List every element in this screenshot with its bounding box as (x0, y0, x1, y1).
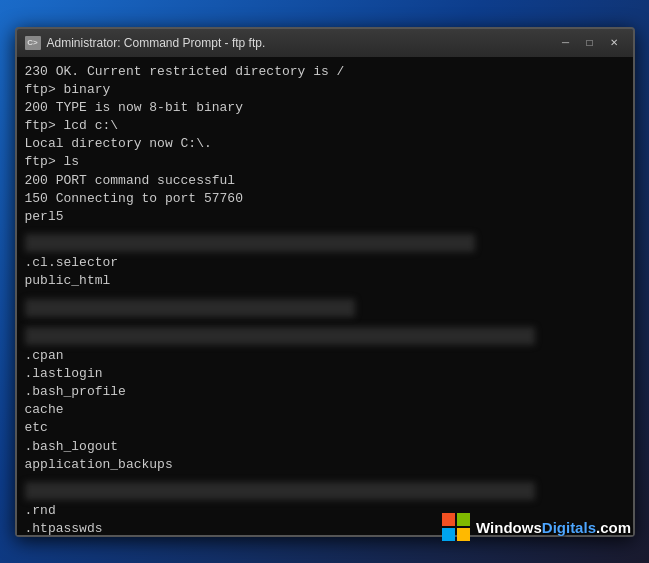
terminal-output[interactable]: 230 OK. Current restricted directory is … (17, 57, 633, 535)
terminal-line: .cpan (25, 347, 625, 365)
gap (25, 474, 625, 480)
terminal-line: application_backups (25, 456, 625, 474)
blurred-line (25, 327, 535, 345)
terminal-line: cache (25, 401, 625, 419)
terminal-line: etc (25, 419, 625, 437)
terminal-line: public_html (25, 272, 625, 290)
command-prompt-window: C> Administrator: Command Prompt - ftp f… (15, 27, 635, 537)
svg-rect-2 (442, 528, 455, 541)
maximize-button[interactable]: □ (579, 34, 601, 52)
window-icon: C> (25, 36, 41, 50)
svg-rect-3 (457, 528, 470, 541)
terminal-line: .bash_logout (25, 438, 625, 456)
blurred-line (25, 299, 355, 317)
terminal-line: 150 Connecting to port 57760 (25, 190, 625, 208)
watermark-icon (442, 513, 470, 541)
blurred-line (25, 234, 475, 252)
watermark-accent: Digitals (542, 519, 596, 536)
window-title: Administrator: Command Prompt - ftp ftp. (47, 36, 549, 50)
svg-rect-1 (457, 513, 470, 526)
title-bar: C> Administrator: Command Prompt - ftp f… (17, 29, 633, 57)
gap (25, 319, 625, 325)
terminal-line: perl5 (25, 208, 625, 226)
terminal-line: 200 PORT command successful (25, 172, 625, 190)
terminal-line: ftp> lcd c:\ (25, 117, 625, 135)
terminal-line: .bash_profile (25, 383, 625, 401)
terminal-line: .cl.selector (25, 254, 625, 272)
terminal-line: 200 TYPE is now 8-bit binary (25, 99, 625, 117)
close-button[interactable]: ✕ (603, 34, 625, 52)
svg-rect-0 (442, 513, 455, 526)
gap (25, 291, 625, 297)
terminal-line: 230 OK. Current restricted directory is … (25, 63, 625, 81)
watermark-text: WindowsDigitals.com (476, 519, 631, 536)
watermark: WindowsDigitals.com (442, 513, 631, 541)
blurred-line (25, 482, 535, 500)
window-controls: ─ □ ✕ (555, 34, 625, 52)
terminal-line: ftp> binary (25, 81, 625, 99)
terminal-line: Local directory now C:\. (25, 135, 625, 153)
gap (25, 226, 625, 232)
minimize-button[interactable]: ─ (555, 34, 577, 52)
terminal-line: ftp> ls (25, 153, 625, 171)
terminal-line: .lastlogin (25, 365, 625, 383)
